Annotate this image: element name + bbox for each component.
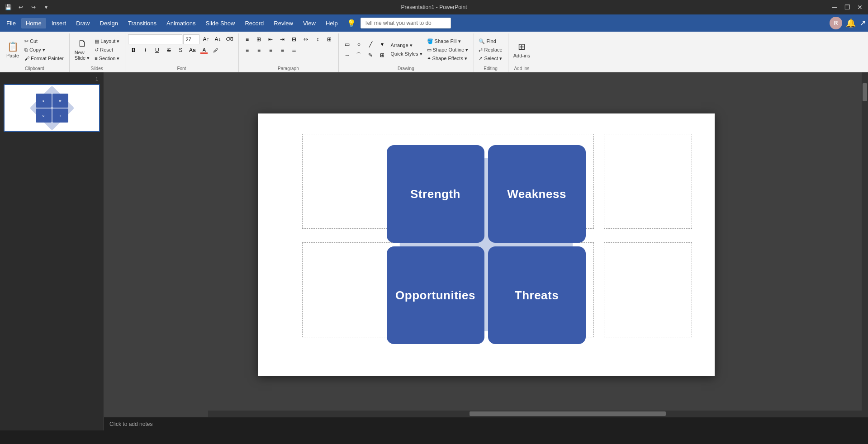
menu-transitions[interactable]: Transitions [123, 18, 161, 28]
thumb-grid: S W O T [36, 94, 68, 123]
font-color-button[interactable]: A [199, 45, 209, 55]
quick-styles-button[interactable]: Quick Styles ▾ [389, 50, 424, 58]
justify-button[interactable]: ≡ [277, 45, 288, 55]
font-size-input[interactable]: 27 [183, 34, 199, 44]
slide-canvas[interactable]: Strength Weakness Opportunities Threats [258, 113, 715, 376]
bold-button[interactable]: B [128, 45, 139, 55]
threats-card[interactable]: Threats [488, 246, 586, 344]
share-icon[interactable]: ↗ [859, 18, 866, 28]
replace-button[interactable]: ⇄ Replace [477, 46, 504, 54]
find-icon: 🔍 [479, 38, 485, 44]
ribbon: 📋 Paste ✂ Cut ⧉ Copy ▾ 🖌 Format Painter … [0, 32, 868, 72]
shape-fill-button[interactable]: 🪣 Shape Fill ▾ [425, 37, 470, 45]
section-button[interactable]: ≡ Section ▾ [93, 54, 121, 62]
notifications-icon[interactable]: 🔔 [846, 18, 856, 28]
swot-container[interactable]: Strength Weakness Opportunities Threats [362, 127, 611, 362]
find-button[interactable]: 🔍 Find [477, 37, 504, 45]
shape-row2: → ⌒ ✎ ⊞ [342, 50, 388, 60]
layout-icon: ▤ [95, 38, 99, 44]
customize-icon[interactable]: ▾ [42, 3, 51, 12]
thumb-weakness: W [52, 94, 68, 108]
align-left-button[interactable]: ≡ [242, 45, 252, 55]
menu-animations[interactable]: Animations [162, 18, 200, 28]
format-painter-icon: 🖌 [24, 56, 29, 61]
underline-button[interactable]: U [152, 45, 162, 55]
menu-view[interactable]: View [299, 18, 320, 28]
font-name-input[interactable] [128, 34, 182, 44]
shape-outline-icon: ▭ [427, 47, 432, 53]
vertical-scrollbar[interactable] [862, 72, 868, 417]
new-slide-button[interactable]: 🗋 NewSlide ▾ [72, 36, 92, 63]
menu-draw[interactable]: Draw [71, 18, 94, 28]
change-case-button[interactable]: Aa [187, 45, 198, 55]
arrange-button[interactable]: Arrange ▾ [389, 42, 424, 50]
copy-button[interactable]: ⧉ Copy ▾ [23, 46, 66, 54]
slide-thumbnail-1[interactable]: S W O T [4, 84, 100, 132]
lightbulb-icon[interactable]: 💡 [347, 19, 356, 28]
close-button[interactable]: ✕ [855, 3, 864, 12]
shape-circle[interactable]: ○ [353, 39, 364, 49]
menu-file[interactable]: File [2, 18, 20, 28]
decrease-font-button[interactable]: A↓ [212, 34, 223, 44]
canvas-area[interactable]: Strength Weakness Opportunities Threats [104, 72, 868, 417]
save-icon[interactable]: 💾 [4, 3, 13, 12]
menu-design[interactable]: Design [95, 18, 123, 28]
reset-button[interactable]: ↺ Reset [93, 46, 121, 54]
minimize-button[interactable]: ─ [830, 3, 839, 12]
increase-indent-button[interactable]: ⇥ [277, 34, 288, 44]
shape-more[interactable]: ▾ [377, 39, 388, 49]
menu-home[interactable]: Home [21, 18, 46, 28]
restore-button[interactable]: ❐ [843, 3, 852, 12]
menu-record[interactable]: Record [240, 18, 268, 28]
opportunities-card[interactable]: Opportunities [387, 246, 484, 344]
smartart-button[interactable]: ⊞ [324, 34, 335, 44]
addins-button[interactable]: ⊞ Add-ins [511, 36, 532, 63]
redo-icon[interactable]: ↪ [29, 3, 38, 12]
strength-card[interactable]: Strength [387, 145, 484, 243]
shadow-button[interactable]: S [175, 45, 186, 55]
slide-panel: 1 S W O T [0, 72, 104, 430]
align-text-button[interactable]: ↕ [312, 34, 323, 44]
main-area: 1 S W O T [0, 72, 868, 430]
cut-icon: ✂ [24, 38, 28, 44]
shape-outline-button[interactable]: ▭ Shape Outline ▾ [425, 46, 470, 54]
text-direction-button[interactable]: ⇔ [300, 34, 311, 44]
shape-rect[interactable]: ▭ [342, 39, 352, 49]
line-spacing-button[interactable]: ≣ [289, 45, 299, 55]
italic-button[interactable]: I [140, 45, 151, 55]
decrease-indent-button[interactable]: ⇤ [265, 34, 276, 44]
shape-freeform[interactable]: ✎ [365, 50, 376, 60]
menu-slideshow[interactable]: Slide Show [201, 18, 239, 28]
menu-review[interactable]: Review [269, 18, 298, 28]
reset-icon: ↺ [95, 47, 99, 53]
weakness-card[interactable]: Weakness [488, 145, 586, 243]
highlight-button[interactable]: 🖊 [210, 45, 221, 55]
tell-me-input[interactable]: Tell me what you want to do [360, 18, 451, 28]
bullets-button[interactable]: ≡ [242, 34, 252, 44]
shape-arrow[interactable]: → [342, 50, 352, 60]
shape-effects-button[interactable]: ✦ Shape Effects ▾ [425, 54, 470, 62]
shape-connector[interactable]: ⊞ [377, 50, 388, 60]
menu-insert[interactable]: Insert [47, 18, 71, 28]
menu-help[interactable]: Help [321, 18, 342, 28]
strikethrough-button[interactable]: S [163, 45, 174, 55]
undo-icon[interactable]: ↩ [16, 3, 25, 12]
shape-line[interactable]: ╱ [365, 39, 376, 49]
columns-button[interactable]: ⊟ [289, 34, 299, 44]
shape-curve[interactable]: ⌒ [353, 50, 364, 60]
cut-button[interactable]: ✂ Cut [23, 37, 66, 45]
clear-formatting-button[interactable]: ⌫ [224, 34, 235, 44]
numbering-button[interactable]: ⊞ [253, 34, 264, 44]
align-right-button[interactable]: ≡ [265, 45, 276, 55]
center-button[interactable]: ≡ [253, 45, 264, 55]
layout-button[interactable]: ▤ Layout ▾ [93, 37, 121, 45]
select-button[interactable]: ↗ Select ▾ [477, 54, 504, 62]
increase-font-button[interactable]: A↑ [200, 34, 211, 44]
paste-button[interactable]: 📋 Paste [4, 36, 22, 63]
notes-bar[interactable]: Click to add notes [104, 417, 868, 430]
paragraph-label: Paragraph [242, 65, 335, 71]
user-avatar[interactable]: R [830, 17, 842, 29]
select-icon: ↗ [479, 56, 483, 61]
format-painter-button[interactable]: 🖌 Format Painter [23, 54, 66, 62]
horizontal-scrollbar[interactable] [208, 411, 862, 417]
